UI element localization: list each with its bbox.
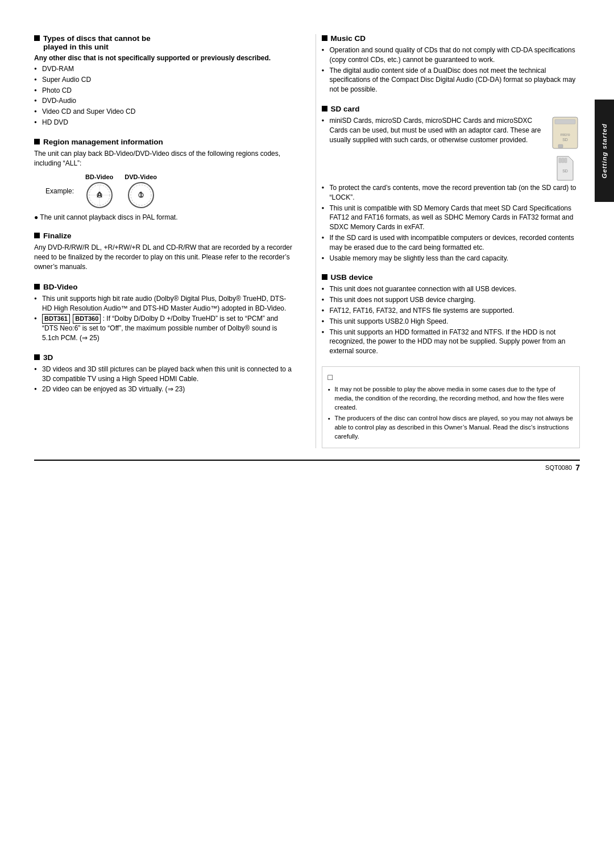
bd-video-label: BD-Video (85, 173, 113, 180)
list-item: Photo CD (34, 86, 293, 96)
svg-text:1: 1 (139, 190, 143, 199)
sd-card-title-text: SD card (331, 105, 360, 113)
getting-started-tab: Getting started (595, 100, 614, 202)
cannot-play-title-text: Types of discs that cannot be played in … (43, 34, 151, 51)
dvd-video-group: DVD-Video 1 (125, 173, 157, 209)
list-item: This unit supports USB2.0 High Speed. (322, 317, 580, 326)
sd-card-bullets: miniSD Cards, microSD Cards, microSDHC C… (322, 116, 545, 146)
dvd-video-label: DVD-Video (125, 173, 157, 180)
black-square-icon (34, 233, 40, 238)
dvd-disc-icon: 1 (127, 181, 155, 209)
section-bd-video: BD-Video This unit supports high bit rat… (34, 283, 293, 343)
section-music-cd-title: Music CD (322, 34, 580, 43)
list-item: Operation and sound quality of CDs that … (322, 46, 580, 65)
bd-disc-icon: A (86, 181, 113, 209)
black-square-icon (34, 35, 40, 41)
svg-text:SD: SD (562, 169, 568, 173)
note-item: It may not be possible to play the above… (328, 385, 574, 412)
cannot-play-subtitle: Any other disc that is not specifically … (34, 54, 293, 62)
usb-list: This unit does not guarantee connection … (322, 284, 580, 356)
usb-title-text: USB device (331, 273, 373, 282)
note-box: □ It may not be possible to play the abo… (322, 366, 580, 448)
list-item: Super Audio CD (34, 75, 293, 85)
music-cd-list: Operation and sound quality of CDs that … (322, 46, 580, 94)
sd-card-image-group: micro SD SD (550, 116, 580, 181)
bdt361-tag: BDT361 (42, 314, 70, 323)
svg-text:micro: micro (560, 133, 570, 137)
3d-list: 3D videos and 3D still pictures can be p… (34, 365, 293, 394)
sd-adapter-icon: micro SD (550, 116, 580, 153)
black-square-icon (322, 274, 327, 280)
note-icon: □ (328, 371, 574, 383)
list-item: If the SD card is used with incompatible… (322, 233, 580, 253)
section-music-cd: Music CD Operation and sound quality of … (322, 34, 580, 94)
list-item: BDT361 BDT360 : If “Dolby D/Dolby D +/Do… (34, 314, 293, 342)
list-item: This unit supports an HDD formatted in F… (322, 328, 580, 356)
bd-video-list: This unit supports high bit rate audio (… (34, 294, 293, 343)
list-item: Usable memory may be slightly less than … (322, 254, 580, 263)
section-3d: 3D 3D videos and 3D still pictures can b… (34, 353, 293, 394)
svg-rect-15 (565, 158, 567, 163)
list-item: To protect the card’s contents, move the… (322, 183, 580, 202)
sd-card-list-extra: To protect the card’s contents, move the… (322, 183, 580, 263)
finalize-title-text: Finalize (43, 232, 72, 240)
section-region: Region management information The unit c… (34, 138, 293, 221)
finalize-body: Any DVD-R/RW/R DL, +R/+RW/+R DL and CD-R… (34, 243, 293, 272)
svg-rect-9 (555, 119, 575, 124)
black-square-icon (322, 35, 327, 41)
black-square-icon (34, 139, 40, 144)
section-usb: USB device This unit does not guarantee … (322, 273, 580, 356)
section-3d-title: 3D (34, 353, 293, 362)
example-label: Example: (45, 187, 74, 195)
music-cd-title-text: Music CD (331, 34, 366, 43)
list-item: 3D videos and 3D still pictures can be p… (34, 365, 293, 384)
cannot-play-list: DVD-RAM Super Audio CD Photo CD DVD-Audi… (34, 64, 293, 127)
example-row: Example: BD-Video A DVD-Video (45, 173, 293, 209)
list-item: This unit supports high bit rate audio (… (34, 294, 293, 313)
sd-card-content: miniSD Cards, microSD Cards, microSDHC C… (322, 116, 580, 181)
section-sd-card: SD card miniSD Cards, microSD Cards, mic… (322, 105, 580, 263)
section-finalize-title: Finalize (34, 232, 293, 240)
3d-title-text: 3D (43, 353, 53, 362)
list-item: Video CD and Super Video CD (34, 107, 293, 117)
svg-rect-12 (558, 144, 563, 148)
svg-rect-14 (562, 158, 564, 163)
note-list: It may not be possible to play the above… (328, 385, 574, 441)
list-item: FAT12, FAT16, FAT32, and NTFS file syste… (322, 306, 580, 316)
list-item: 2D video can be enjoyed as 3D virtually.… (34, 385, 293, 394)
black-square-icon (322, 106, 327, 111)
section-usb-title: USB device (322, 273, 580, 282)
section-bd-video-title: BD-Video (34, 283, 293, 291)
list-item: DVD-Audio (34, 96, 293, 106)
svg-text:A: A (97, 190, 102, 199)
pal-note: ● The unit cannot playback discs in PAL … (34, 213, 293, 221)
page-number: 7 (575, 463, 580, 472)
list-item: HD DVD (34, 118, 293, 127)
list-item: This unit is compatible with SD Memory C… (322, 204, 580, 232)
bd-video-group: BD-Video A (85, 173, 113, 209)
black-square-icon (34, 284, 40, 290)
black-square-icon (34, 354, 40, 360)
bdt360-tag: BDT360 (73, 314, 101, 323)
list-item: DVD-RAM (34, 64, 293, 74)
left-column: Types of discs that cannot be played in … (34, 34, 298, 448)
region-title-text: Region management information (43, 138, 163, 146)
getting-started-label: Getting started (601, 123, 608, 179)
page-number-label: SQT0080 (545, 464, 572, 471)
main-content: Types of discs that cannot be played in … (34, 34, 580, 448)
sd-card-icon: SD (555, 155, 575, 181)
list-item: This unit does not support USB device ch… (322, 295, 580, 305)
sd-card-list: miniSD Cards, microSD Cards, microSDHC C… (322, 116, 545, 144)
region-body: The unit can play back BD-Video/DVD-Vide… (34, 149, 293, 169)
section-finalize: Finalize Any DVD-R/RW/R DL, +R/+RW/+R DL… (34, 232, 293, 272)
section-sd-card-title: SD card (322, 105, 580, 113)
section-cannot-play-title: Types of discs that cannot be played in … (34, 34, 293, 51)
bd-video-title-text: BD-Video (43, 283, 78, 291)
list-item: miniSD Cards, microSD Cards, microSDHC C… (322, 116, 545, 144)
list-item: This unit does not guarantee connection … (322, 284, 580, 294)
svg-text:SD: SD (562, 138, 568, 142)
section-region-title: Region management information (34, 138, 293, 146)
page-number-row: SQT0080 7 (34, 460, 580, 472)
list-item: The digital audio content side of a Dual… (322, 66, 580, 94)
right-column: Music CD Operation and sound quality of … (316, 34, 580, 448)
